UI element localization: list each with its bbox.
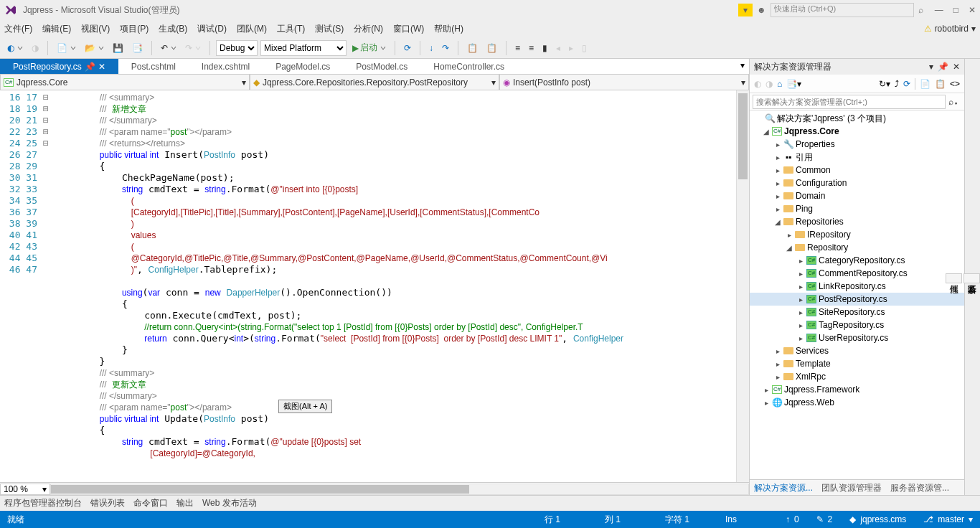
status-changes[interactable]: ✎ 2: [816, 514, 833, 524]
tree-services[interactable]: Services: [796, 346, 829, 356]
search-icon[interactable]: ⌕▾: [946, 97, 961, 107]
bottom-tab-webpub[interactable]: Web 发布活动: [202, 497, 257, 509]
editor-hscrollbar[interactable]: [50, 484, 749, 495]
solution-root[interactable]: 解决方案'Jqpress' (3 个项目): [777, 113, 886, 125]
tree-xmlrpc[interactable]: XmlRpc: [796, 372, 826, 382]
tree-properties[interactable]: Properties: [796, 139, 835, 149]
maximize-button[interactable]: □: [953, 5, 958, 15]
menu-build[interactable]: 生成(B): [159, 23, 187, 35]
panel-close-icon[interactable]: ✕: [953, 62, 960, 72]
menu-tools[interactable]: 工具(T): [277, 23, 305, 35]
panel-pin-icon[interactable]: 📌: [938, 62, 948, 72]
tree-file[interactable]: LinkRepository.cs: [819, 281, 886, 291]
tab-pagemodel[interactable]: PageModel.cs: [263, 59, 343, 74]
panel-dropdown-icon[interactable]: ▾: [929, 62, 933, 72]
menu-edit[interactable]: 编辑(E): [42, 23, 71, 35]
status-publish[interactable]: ↑ 0: [786, 514, 799, 524]
clear-bookmark-button[interactable]: ▯: [579, 42, 590, 55]
menu-help[interactable]: 帮助(H): [434, 23, 463, 35]
show-all-icon[interactable]: 📄: [920, 79, 930, 89]
side-tab-team[interactable]: 团队资源管理器: [817, 480, 886, 495]
bottom-tab-pkgmgr[interactable]: 程序包管理器控制台: [4, 497, 82, 509]
quick-launch-input[interactable]: 快速启动 (Ctrl+Q): [771, 3, 914, 17]
config-select[interactable]: Debug: [216, 40, 258, 56]
save-button[interactable]: 💾: [110, 42, 126, 55]
side-tab-solution[interactable]: 解决方案资源...: [750, 480, 817, 495]
menu-team[interactable]: 团队(M): [237, 23, 267, 35]
tab-postrepository[interactable]: PostRepository.cs 📌 ✕: [0, 59, 118, 74]
pin-icon[interactable]: 📌: [85, 62, 95, 72]
start-button[interactable]: ▶ 启动: [349, 40, 389, 55]
tree-file[interactable]: CommentRepository.cs: [819, 268, 908, 278]
nav-method[interactable]: ◉Insert(PostInfo post)▾: [499, 75, 749, 90]
bottom-tab-output[interactable]: 输出: [176, 497, 194, 509]
tree-references[interactable]: 引用: [796, 151, 813, 164]
redo-button[interactable]: ↷: [182, 42, 204, 55]
status-repo[interactable]: ◆ jqpress.cms: [849, 514, 906, 524]
platform-select[interactable]: Mixed Platform: [260, 40, 347, 56]
solution-tree[interactable]: 🔍解决方案'Jqpress' (3 个项目) ◢C#Jqpress.Core ▸…: [750, 110, 964, 479]
project-framework[interactable]: Jqpress.Framework: [784, 385, 859, 395]
tree-file[interactable]: SiteRepository.cs: [819, 307, 885, 317]
uncomment-button[interactable]: 📋: [484, 42, 500, 55]
collapse-icon[interactable]: ⤴: [895, 79, 899, 89]
step-into-button[interactable]: ↓: [426, 42, 436, 55]
fold-gutter[interactable]: ⊟ ⊟ ⊟ ⊟ ⊟: [43, 90, 55, 482]
tree-repository[interactable]: Repository: [807, 242, 848, 253]
menu-debug[interactable]: 调试(D): [197, 23, 227, 35]
menu-view[interactable]: 视图(V): [81, 23, 110, 35]
code-content[interactable]: /// <summary> /// 新增文章 /// </summary> //…: [55, 90, 736, 482]
outdent-button[interactable]: ≡: [526, 42, 537, 55]
user-account[interactable]: ⚠ robotbird ▾: [924, 24, 976, 34]
browser-link-button[interactable]: ⟳: [401, 42, 414, 55]
menu-project[interactable]: 项目(P): [120, 23, 149, 35]
new-project-button[interactable]: 📄: [54, 42, 79, 55]
project-web[interactable]: Jqpress.Web: [784, 397, 834, 407]
home-icon[interactable]: ⌂: [777, 79, 782, 89]
bookmark-button[interactable]: ▮: [540, 42, 550, 55]
search-icon[interactable]: ⌕: [918, 5, 923, 15]
tree-irepository[interactable]: IRepository: [807, 230, 851, 240]
tab-postmodel[interactable]: PostModel.cs: [343, 59, 420, 74]
tree-template[interactable]: Template: [796, 359, 831, 369]
next-bookmark-button[interactable]: ▸: [566, 42, 576, 55]
editor-vscrollbar[interactable]: [736, 90, 749, 482]
forward-button[interactable]: ◑: [29, 42, 42, 55]
feedback-icon[interactable]: ☻: [757, 5, 766, 15]
zoom-select[interactable]: 100 %▾: [0, 484, 50, 495]
refresh-icon[interactable]: ⟳: [903, 79, 910, 89]
tab-post-cshtml[interactable]: Post.cshtml: [118, 59, 189, 74]
tree-repositories[interactable]: Repositories: [796, 217, 844, 227]
menu-window[interactable]: 窗口(W): [393, 23, 424, 35]
tree-file-selected[interactable]: PostRepository.cs: [819, 294, 887, 304]
project-core[interactable]: Jqpress.Core: [784, 126, 839, 136]
prev-bookmark-button[interactable]: ◂: [553, 42, 563, 55]
comment-button[interactable]: 📋: [464, 42, 481, 55]
step-over-button[interactable]: ↷: [439, 42, 452, 55]
tree-file[interactable]: UserRepository.cs: [819, 333, 888, 343]
tree-file[interactable]: TagRepository.cs: [819, 320, 884, 330]
tree-ping[interactable]: Ping: [796, 204, 813, 214]
tabs-overflow-icon[interactable]: ▾: [736, 59, 749, 74]
indent-button[interactable]: ≡: [512, 42, 523, 55]
undo-button[interactable]: ↶: [158, 42, 179, 55]
code-editor[interactable]: 16 17 18 19 20 21 22 23 24 25 26 27 28 2…: [0, 90, 749, 482]
forward-icon[interactable]: ◑: [765, 79, 773, 89]
notification-flag-icon[interactable]: ▾: [738, 4, 753, 16]
preview-icon[interactable]: <>: [950, 79, 960, 89]
menu-test[interactable]: 测试(S): [315, 23, 344, 35]
close-button[interactable]: ✕: [969, 5, 976, 15]
solution-search-input[interactable]: [753, 95, 946, 109]
open-file-button[interactable]: 📂: [82, 42, 107, 55]
bottom-tab-cmd[interactable]: 命令窗口: [133, 497, 168, 509]
gutter-properties[interactable]: 属性: [946, 273, 962, 283]
save-all-button[interactable]: 📑: [129, 42, 146, 55]
menu-file[interactable]: 文件(F): [4, 23, 32, 35]
refresh-all-icon[interactable]: ↻▾: [879, 79, 890, 89]
tree-domain[interactable]: Domain: [796, 191, 825, 201]
tab-homecontroller[interactable]: HomeController.cs: [420, 59, 517, 74]
nav-project[interactable]: C#Jqpress.Core▾: [0, 75, 250, 90]
tree-file[interactable]: CategoryRepository.cs: [819, 255, 905, 265]
sync-icon[interactable]: 📑▾: [786, 79, 801, 89]
back-button[interactable]: ◐: [4, 42, 26, 55]
